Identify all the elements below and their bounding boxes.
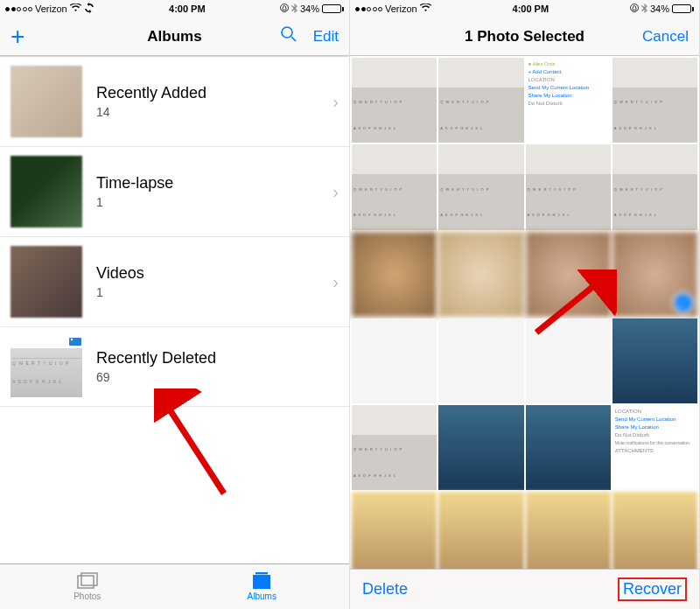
photo-thumb[interactable] (612, 492, 697, 569)
nav-title: Albums (147, 28, 201, 46)
svg-point-4 (71, 339, 73, 340)
battery-icon (672, 4, 694, 13)
svg-point-10 (630, 4, 638, 12)
tab-albums[interactable]: Albums (175, 564, 350, 609)
album-count: 1 (96, 285, 332, 299)
svg-rect-7 (253, 575, 270, 589)
battery-percent: 34% (300, 4, 319, 14)
album-thumb (10, 156, 82, 228)
lock-icon (280, 4, 289, 14)
nav-title: 1 Photo Selected (465, 28, 584, 46)
tab-bar: Photos Albums (0, 564, 349, 609)
photo-thumb[interactable]: ● Alex Ortiz+ Add ContactLOCATIONSend My… (526, 58, 611, 143)
photo-thumb[interactable] (526, 318, 611, 403)
wifi-icon (420, 4, 431, 14)
tab-label: Photos (74, 592, 101, 601)
svg-line-2 (291, 37, 296, 41)
album-title: Time-lapse (96, 174, 332, 192)
album-title: Recently Deleted (96, 349, 339, 368)
tab-photos[interactable]: Photos (0, 564, 175, 609)
photo-thumb[interactable] (438, 232, 523, 317)
album-row-recently-deleted[interactable]: Q W E R T Y U I O P A S D F G H J K L Re… (0, 327, 349, 407)
photo-thumb-selected[interactable]: ✓ (612, 232, 697, 317)
photo-thumb[interactable]: LOCATIONSend My Current LocationShare My… (612, 405, 697, 490)
photo-thumb[interactable]: Q W E R T Y U I O PA S D F G H J K L (352, 144, 437, 229)
album-count: 14 (96, 105, 332, 119)
wifi-icon (70, 4, 81, 14)
recover-button[interactable]: Recover (618, 578, 687, 601)
chevron-right-icon: › (332, 272, 339, 292)
photo-thumb[interactable] (526, 232, 611, 317)
add-button[interactable]: + (10, 23, 24, 51)
photo-grid[interactable]: Q W E R T Y U I O PA S D F G H J K L Q W… (350, 56, 699, 569)
search-icon[interactable] (280, 25, 298, 47)
nav-bar: + Albums Edit (0, 18, 349, 56)
photo-thumb[interactable] (612, 318, 697, 403)
album-row-time-lapse[interactable]: Time-lapse 1 › (0, 147, 349, 237)
edit-button[interactable]: Edit (313, 28, 339, 46)
nav-bar: 1 Photo Selected Cancel (350, 18, 699, 56)
photos-tab-icon (76, 572, 99, 592)
cancel-button[interactable]: Cancel (642, 28, 689, 46)
battery-icon (322, 4, 344, 13)
album-thumb (10, 66, 82, 137)
photo-thumb[interactable] (438, 492, 523, 569)
signal-dots (5, 7, 32, 11)
status-time: 4:00 PM (513, 4, 550, 14)
album-list[interactable]: Recently Added 14 › Time-lapse 1 › Video… (0, 56, 349, 564)
signal-dots (355, 7, 382, 11)
photo-thumb[interactable] (352, 232, 437, 317)
lock-icon (630, 4, 639, 14)
bluetooth-icon (291, 4, 298, 15)
album-row-recently-added[interactable]: Recently Added 14 › (0, 57, 349, 147)
carrier-label: Verizon (385, 4, 417, 14)
svg-rect-8 (256, 572, 268, 574)
photo-thumb[interactable]: Q W E R T Y U I O PA S D F G H J K L (352, 58, 437, 143)
svg-rect-5 (78, 576, 94, 588)
albums-tab-icon (250, 572, 273, 592)
album-count: 69 (96, 370, 339, 384)
photo-thumb[interactable]: Q W E R T Y U I O PA S D F G H J K L (612, 58, 697, 143)
album-thumb (10, 246, 82, 318)
status-bar: Verizon 4:00 PM 34% (0, 0, 349, 18)
battery-percent: 34% (650, 4, 669, 14)
bluetooth-icon (641, 4, 648, 15)
album-row-videos[interactable]: Videos 1 › (0, 237, 349, 327)
svg-rect-6 (81, 573, 97, 585)
svg-point-1 (282, 27, 292, 38)
album-title: Recently Added (96, 84, 332, 102)
album-title: Videos (96, 264, 332, 283)
photo-thumb[interactable]: Q W E R T Y U I O PA S D F G H J K L (352, 405, 437, 490)
photo-thumb[interactable] (352, 492, 437, 569)
status-time: 4:00 PM (169, 4, 206, 14)
bottom-toolbar: Delete Recover (350, 569, 699, 609)
albums-screen: Verizon 4:00 PM 34% + Albums (0, 0, 350, 609)
delete-button[interactable]: Delete (362, 580, 408, 598)
recently-deleted-screen: Verizon 4:00 PM 34% 1 Photo Selected Can… (350, 0, 700, 609)
chevron-right-icon: › (332, 92, 339, 112)
chevron-right-icon: › (332, 182, 339, 202)
photo-thumb[interactable]: Q W E R T Y U I O PA S D F G H J K L (526, 144, 611, 229)
photo-thumb[interactable] (438, 318, 523, 403)
photo-thumb[interactable] (526, 492, 611, 569)
photo-thumb[interactable] (438, 405, 523, 490)
carrier-label: Verizon (35, 4, 67, 14)
status-bar: Verizon 4:00 PM 34% (350, 0, 699, 18)
photo-thumb[interactable] (352, 318, 437, 403)
photo-thumb[interactable]: Q W E R T Y U I O PA S D F G H J K L (612, 144, 697, 229)
tab-label: Albums (248, 592, 276, 601)
photo-thumb[interactable] (526, 405, 611, 490)
sync-icon (84, 3, 94, 15)
svg-point-0 (280, 4, 288, 12)
album-count: 1 (96, 195, 332, 209)
checkmark-icon: ✓ (673, 292, 694, 313)
photo-thumb[interactable]: Q W E R T Y U I O PA S D F G H J K L (438, 144, 523, 229)
photo-thumb[interactable]: Q W E R T Y U I O PA S D F G H J K L (438, 58, 523, 143)
